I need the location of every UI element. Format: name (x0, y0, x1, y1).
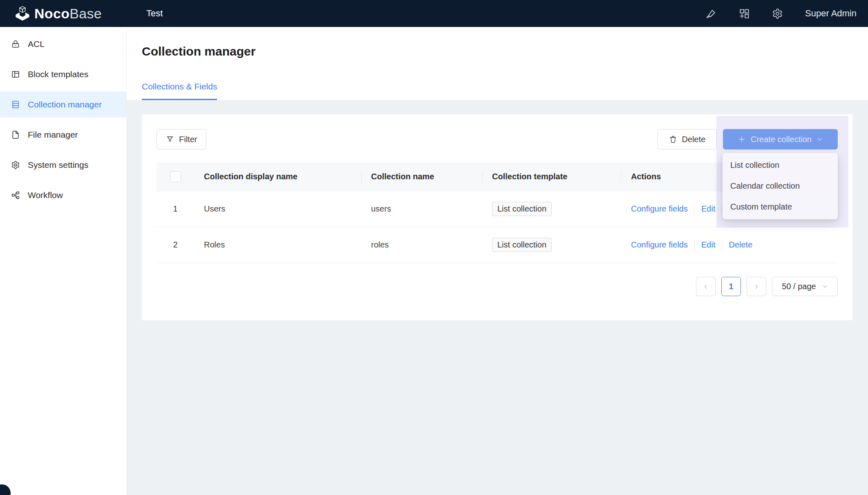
template-tag: List collection (492, 238, 552, 252)
page-title: Collection manager (142, 44, 868, 59)
chevron-right-icon (753, 283, 760, 290)
sidebar-item-label: ACL (28, 39, 45, 49)
template-tag: List collection (492, 202, 552, 216)
action-divider (722, 241, 722, 250)
edit-link[interactable]: Edit (701, 204, 715, 214)
sidebar: ACL Block templates Collection manager (0, 27, 127, 495)
setting-icon[interactable] (772, 8, 783, 19)
cell-collection-name: roles (361, 240, 482, 250)
select-all-checkbox[interactable] (170, 171, 181, 182)
app-root: NocoBase Test Super Admin (0, 0, 868, 495)
delete-link[interactable]: Delete (729, 240, 752, 250)
brand: NocoBase (0, 5, 127, 22)
pagination-next-button[interactable] (747, 277, 766, 296)
highlight-icon[interactable] (706, 8, 717, 19)
user-menu[interactable]: Super Admin (805, 8, 857, 19)
filter-icon (166, 135, 174, 143)
sidebar-item-label: Collection manager (28, 100, 102, 109)
create-collection-button[interactable]: Create collection (723, 129, 838, 149)
topbar-menu: Test (141, 8, 168, 19)
tab-bar: Collections & Fields (142, 81, 868, 100)
layout-icon (11, 70, 20, 79)
column-header-template: Collection template (482, 172, 621, 181)
pagination-page-1[interactable]: 1 (721, 277, 741, 296)
action-divider (694, 241, 695, 250)
brand-bold: Noco (34, 6, 69, 21)
sidebar-item-block-templates[interactable]: Block templates (0, 61, 126, 87)
lock-icon (11, 40, 20, 49)
brand-name: NocoBase (34, 7, 102, 20)
sidebar-item-label: File manager (28, 130, 78, 140)
cell-template: List collection (482, 202, 621, 216)
tab-collections-and-fields[interactable]: Collections & Fields (142, 81, 217, 100)
topbar-menu-item-test[interactable]: Test (141, 8, 168, 19)
trash-icon (669, 135, 677, 143)
page-header: Collection manager Collections & Fields (127, 27, 868, 100)
dropdown-item-calendar-collection[interactable]: Calendar collection (723, 176, 838, 196)
dropdown-item-custom-template[interactable]: Custom template (723, 196, 838, 217)
file-icon (11, 130, 20, 139)
sidebar-item-label: System settings (28, 160, 88, 170)
edit-link[interactable]: Edit (701, 240, 715, 250)
sidebar-item-file-manager[interactable]: File manager (0, 122, 126, 147)
table-row: 2 Roles roles List collection Configure … (157, 227, 838, 263)
cell-actions: Configure fields Edit Delete (621, 240, 838, 250)
gear-icon (11, 161, 20, 169)
plus-icon (738, 135, 746, 143)
sidebar-item-acl[interactable]: ACL (0, 31, 126, 57)
brand-light: Base (69, 6, 102, 21)
delete-button[interactable]: Delete (658, 129, 717, 149)
sidebar-item-label: Block templates (28, 69, 88, 79)
column-header-name: Collection name (361, 172, 482, 181)
page-size-label: 50 / page (782, 282, 816, 291)
cell-template: List collection (482, 238, 621, 252)
sidebar-item-system-settings[interactable]: System settings (0, 152, 126, 178)
chevron-down-icon (817, 136, 823, 143)
topbar: NocoBase Test Super Admin (0, 0, 868, 27)
sidebar-item-label: Workflow (28, 190, 63, 200)
create-collection-dropdown: List collection Calendar collection Cust… (723, 153, 838, 219)
row-index: 2 (157, 240, 194, 250)
chevron-left-icon (702, 283, 709, 290)
main-area: Collection manager Collections & Fields … (127, 27, 868, 495)
pagination-prev-button[interactable] (696, 277, 716, 296)
filter-button-label: Filter (179, 135, 197, 144)
nocobase-logo-icon (14, 5, 31, 22)
topbar-right: Super Admin (706, 8, 868, 19)
row-index: 1 (157, 204, 194, 214)
page-size-select[interactable]: 50 / page (772, 277, 838, 296)
appstore-add-icon[interactable] (739, 8, 750, 19)
toolbar: Filter Delete Crea (157, 129, 838, 149)
create-collection-label: Create collection (751, 135, 812, 144)
chevron-down-icon (822, 283, 828, 290)
table-header-checkbox-cell (157, 171, 194, 182)
column-header-display-name: Collection display name (194, 172, 361, 181)
sidebar-item-workflow[interactable]: Workflow (0, 182, 126, 208)
row-actions: Configure fields Edit Delete (631, 240, 752, 250)
configure-fields-link[interactable]: Configure fields (631, 240, 688, 250)
cell-collection-name: users (361, 204, 482, 214)
filter-button[interactable]: Filter (157, 129, 206, 149)
action-divider (694, 205, 695, 214)
workflow-icon (11, 191, 20, 200)
sidebar-item-collection-manager[interactable]: Collection manager (0, 91, 126, 117)
cell-display-name: Roles (194, 240, 361, 250)
database-icon (11, 100, 20, 109)
pagination-current-page: 1 (729, 282, 733, 291)
pagination: 1 50 / page (157, 277, 838, 296)
configure-fields-link[interactable]: Configure fields (631, 204, 688, 214)
cell-display-name: Users (194, 204, 361, 214)
delete-button-label: Delete (682, 135, 706, 144)
dropdown-item-list-collection[interactable]: List collection (723, 155, 838, 176)
